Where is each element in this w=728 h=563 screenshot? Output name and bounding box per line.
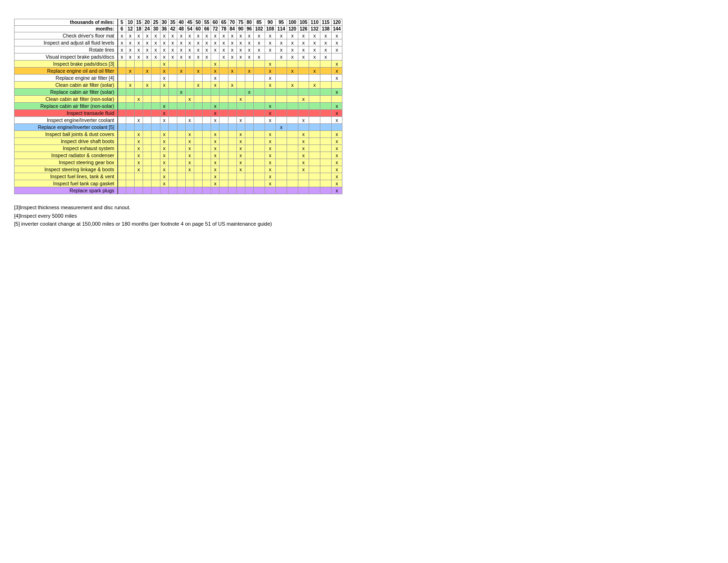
cell-9-8: x <box>185 96 194 103</box>
cell-5-13: x <box>228 68 236 75</box>
cell-4-0 <box>118 61 126 68</box>
cell-10-19 <box>287 103 298 110</box>
cell-22-3 <box>143 187 152 194</box>
cell-4-23: x <box>331 61 342 68</box>
cell-8-22 <box>320 89 332 96</box>
cell-3-9: x <box>194 53 203 61</box>
cell-12-20: x <box>298 117 309 124</box>
cell-0-11: x <box>211 32 220 39</box>
cell-4-20 <box>298 61 309 68</box>
cell-19-11: x <box>211 166 220 173</box>
cell-1-18: x <box>276 39 287 46</box>
cell-3-22: x <box>320 53 332 61</box>
cell-19-13 <box>228 166 236 173</box>
cell-1-3: x <box>143 39 152 46</box>
cell-17-7 <box>177 152 185 159</box>
cell-5-21: x <box>309 68 320 75</box>
cell-20-10 <box>203 173 211 180</box>
cell-12-8: x <box>185 117 194 124</box>
cell-11-17: x <box>265 110 276 117</box>
cell-3-3: x <box>143 53 152 61</box>
row-label-0: Check driver's floor mat <box>15 32 118 39</box>
cell-10-14 <box>236 103 245 110</box>
cell-21-3 <box>143 180 152 187</box>
cell-5-14 <box>236 68 245 75</box>
cell-4-21 <box>309 61 320 68</box>
cell-22-21 <box>309 187 320 194</box>
months-col-6: 6 <box>118 26 126 32</box>
table-row: Inspect radiator & condenserxxxxxxxx <box>15 152 342 159</box>
cell-15-6 <box>168 138 177 145</box>
cell-21-23: x <box>331 180 342 187</box>
cell-12-0 <box>118 117 126 124</box>
cell-15-10 <box>203 138 211 145</box>
miles-col-65: 65 <box>220 19 228 26</box>
cell-10-10 <box>203 103 211 110</box>
cell-3-20: x <box>298 53 309 61</box>
cell-6-9 <box>194 75 203 82</box>
cell-18-6 <box>168 159 177 166</box>
cell-6-22 <box>320 75 332 82</box>
cell-11-15 <box>245 110 253 117</box>
months-col-54: 54 <box>185 26 194 32</box>
cell-14-2: x <box>135 131 143 138</box>
cell-0-9: x <box>194 32 203 39</box>
cell-21-22 <box>320 180 332 187</box>
cell-16-23: x <box>331 145 342 152</box>
cell-1-0: x <box>118 39 126 46</box>
cell-8-3 <box>143 89 152 96</box>
cell-12-14: x <box>236 117 245 124</box>
cell-2-4: x <box>152 46 160 53</box>
cell-15-15 <box>245 138 253 145</box>
cell-0-10: x <box>203 32 211 39</box>
cell-11-19 <box>287 110 298 117</box>
cell-9-4 <box>152 96 160 103</box>
cell-3-0: x <box>118 53 126 61</box>
cell-14-13 <box>228 131 236 138</box>
cell-1-17: x <box>265 39 276 46</box>
row-label-8: Replace cabin air filter (solar) <box>15 89 118 96</box>
cell-12-13 <box>228 117 236 124</box>
cell-22-1 <box>126 187 135 194</box>
cell-15-19 <box>287 138 298 145</box>
cell-5-12 <box>220 68 228 75</box>
cell-8-21 <box>309 89 320 96</box>
cell-6-7 <box>177 75 185 82</box>
cell-12-11: x <box>211 117 220 124</box>
cell-10-20 <box>298 103 309 110</box>
cell-11-22 <box>320 110 332 117</box>
cell-16-2: x <box>135 145 143 152</box>
cell-12-6 <box>168 117 177 124</box>
cell-6-2 <box>135 75 143 82</box>
cell-21-21 <box>309 180 320 187</box>
cell-18-22 <box>320 159 332 166</box>
cell-1-14: x <box>236 39 245 46</box>
cell-22-5 <box>160 187 168 194</box>
cell-21-18 <box>276 180 287 187</box>
cell-22-0 <box>118 187 126 194</box>
miles-col-120: 120 <box>331 19 342 26</box>
cell-2-13: x <box>228 46 236 53</box>
cell-9-9 <box>194 96 203 103</box>
miles-col-25: 25 <box>152 19 160 26</box>
cell-13-15 <box>245 124 253 131</box>
cell-7-6 <box>168 82 177 89</box>
cell-10-13 <box>228 103 236 110</box>
miles-col-20: 20 <box>143 19 152 26</box>
cell-11-7 <box>177 110 185 117</box>
table-row: Inspect brake pads/discs [3]xxxx <box>15 61 342 68</box>
miles-col-10: 10 <box>126 19 135 26</box>
cell-4-5: x <box>160 61 168 68</box>
cell-18-18 <box>276 159 287 166</box>
table-row: Inspect exhaust systemxxxxxxxx <box>15 145 342 152</box>
cell-1-16: x <box>253 39 265 46</box>
miles-col-40: 40 <box>177 19 185 26</box>
cell-16-15 <box>245 145 253 152</box>
cell-20-8 <box>185 173 194 180</box>
cell-14-7 <box>177 131 185 138</box>
cell-0-7: x <box>177 32 185 39</box>
row-label-12: Inspect engine/Inverter coolant <box>15 117 118 124</box>
cell-10-16 <box>253 103 265 110</box>
cell-7-3: x <box>143 82 152 89</box>
cell-14-8: x <box>185 131 194 138</box>
